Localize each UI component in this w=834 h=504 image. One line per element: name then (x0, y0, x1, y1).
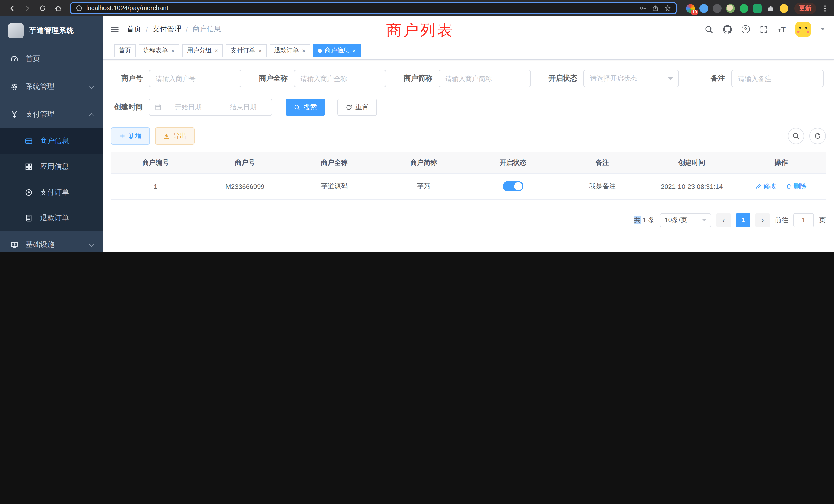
close-icon[interactable]: × (352, 47, 356, 54)
cell-full-name: 芋道源码 (290, 174, 379, 199)
export-button[interactable]: 导出 (155, 127, 195, 145)
tab-home[interactable]: 首页 (114, 44, 136, 57)
extension-icon-avatar[interactable] (726, 4, 735, 13)
remark-input[interactable] (731, 70, 824, 87)
fullscreen-icon[interactable] (759, 25, 768, 33)
url-text: localhost:1024/pay/merchant (86, 5, 169, 12)
sidebar-item-system[interactable]: 系统管理 (0, 73, 103, 100)
header-search-icon[interactable] (704, 25, 713, 33)
search-button[interactable]: 搜索 (286, 98, 325, 116)
filter-row-2: 创建时间 开始日期 - 结束日期 搜索 重置 (111, 98, 826, 116)
hamburger-icon[interactable] (103, 17, 127, 42)
col-full-name: 商户全称 (290, 152, 379, 174)
tab-merchant-info[interactable]: 商户信息 × (313, 44, 360, 57)
date-separator: - (215, 104, 217, 111)
share-icon[interactable] (652, 5, 659, 12)
user-avatar[interactable] (795, 22, 811, 37)
close-icon[interactable]: × (302, 47, 306, 54)
gear-icon (10, 83, 19, 91)
full-name-input[interactable] (294, 70, 386, 87)
short-name-input[interactable] (439, 70, 531, 87)
sidebar-item-refund-order[interactable]: 退款订单 (0, 205, 103, 231)
table-row: 1 M233666999 芋道源码 芋艿 我是备注 2021-10-23 08:… (111, 174, 826, 199)
extension-icon-gray[interactable] (713, 4, 722, 13)
delete-link[interactable]: 删除 (786, 182, 807, 191)
page-button-1[interactable]: 1 (736, 213, 750, 227)
close-icon[interactable]: × (258, 47, 262, 54)
extension-icon-blue[interactable] (699, 4, 708, 13)
close-icon[interactable]: × (171, 47, 175, 54)
browser-home-button[interactable] (51, 2, 65, 15)
page-content: 商户号 商户全称 商户简称 开启状态 请选择开启状态 (103, 60, 834, 252)
topbar-actions: ? TT (704, 22, 834, 37)
browser-menu-icon[interactable] (821, 4, 829, 12)
create-time-range-picker[interactable]: 开始日期 - 结束日期 (149, 98, 272, 116)
tab-pay-order[interactable]: 支付订单 × (226, 44, 266, 57)
tab-process-form[interactable]: 流程表单 × (139, 44, 179, 57)
cell-short-name: 芋艿 (379, 174, 468, 199)
search-button-label: 搜索 (304, 102, 317, 112)
goto-page-input[interactable] (793, 213, 814, 227)
sidebar-item-label: 支付订单 (40, 188, 69, 197)
tab-user-group[interactable]: 用户分组 × (182, 44, 223, 57)
browser-back-button[interactable] (5, 2, 19, 15)
chevron-down-icon (702, 219, 707, 224)
browser-forward-button[interactable] (21, 2, 34, 15)
page-size-select[interactable]: 10条/页 (660, 213, 711, 227)
chevron-down-icon (89, 84, 94, 89)
site-info-icon[interactable] (75, 5, 83, 12)
cell-create-time: 2021-10-23 08:31:14 (647, 174, 737, 199)
breadcrumb-payment[interactable]: 支付管理 (153, 25, 181, 34)
breadcrumb-separator: / (146, 25, 148, 33)
add-button[interactable]: 新增 (111, 127, 150, 145)
status-select[interactable]: 请选择开启状态 (584, 70, 679, 87)
reset-button[interactable]: 重置 (337, 98, 377, 116)
page-size-value: 10条/页 (664, 215, 687, 225)
sidebar-item-merchant-info[interactable]: 商户信息 (0, 128, 103, 154)
bookmark-star-icon[interactable] (664, 5, 671, 12)
sidebar-item-infra[interactable]: 基础设施 (0, 231, 103, 252)
sidebar-logo[interactable]: 芋道管理系统 (0, 17, 103, 45)
font-size-icon[interactable]: TT (778, 25, 786, 33)
payment-submenu: 商户信息 应用信息 支付订单 退款订单 (0, 128, 103, 231)
goto-label: 前往 (775, 215, 788, 225)
chevron-down-icon (668, 77, 673, 83)
next-page-button[interactable]: › (755, 213, 770, 227)
tab-refund-order[interactable]: 退款订单 × (270, 44, 310, 57)
tab-label: 退款订单 (274, 46, 299, 55)
status-toggle[interactable] (503, 181, 523, 191)
sidebar-item-payment[interactable]: 支付管理 (0, 100, 103, 128)
sidebar-item-label: 退款订单 (40, 213, 69, 223)
extension-icon-yellow-face[interactable] (780, 4, 788, 13)
github-icon[interactable] (723, 25, 731, 33)
address-bar[interactable]: localhost:1024/pay/merchant (70, 2, 677, 14)
extensions-puzzle-icon[interactable] (766, 4, 775, 13)
tab-label: 支付订单 (231, 46, 255, 55)
avatar-caret-icon[interactable] (821, 28, 825, 32)
pagination: 共 1 条 10条/页 ‹ 1 › 前往 页 (111, 213, 826, 227)
merchant-no-input[interactable] (149, 70, 241, 87)
refresh-table-button[interactable] (809, 128, 826, 144)
col-create-time: 创建时间 (647, 152, 737, 174)
breadcrumb-home[interactable]: 首页 (127, 25, 141, 34)
status-label: 开启状态 (545, 74, 577, 83)
help-icon[interactable]: ? (741, 25, 749, 33)
extension-icon-green-doc[interactable] (753, 4, 762, 13)
extension-icon-green-circle[interactable] (740, 4, 748, 13)
close-icon[interactable]: × (214, 47, 218, 54)
tab-label: 用户分组 (187, 46, 212, 55)
screen: localhost:1024/pay/merchant 10 更新 (0, 0, 834, 252)
sidebar-item-pay-order[interactable]: 支付订单 (0, 180, 103, 205)
toggle-search-button[interactable] (788, 128, 804, 144)
prev-page-button[interactable]: ‹ (717, 213, 731, 227)
merchant-no-label: 商户号 (111, 74, 143, 83)
sidebar-item-app-info[interactable]: 应用信息 (0, 154, 103, 180)
password-key-icon[interactable] (639, 5, 646, 12)
edit-link[interactable]: 修改 (755, 182, 776, 191)
delete-link-label: 删除 (793, 182, 807, 191)
sidebar-item-home[interactable]: 首页 (0, 45, 103, 73)
extension-badge: 10 (691, 9, 698, 15)
browser-update-button[interactable]: 更新 (794, 2, 816, 14)
extension-icon-colorful[interactable]: 10 (686, 4, 695, 13)
browser-reload-button[interactable] (36, 2, 49, 15)
